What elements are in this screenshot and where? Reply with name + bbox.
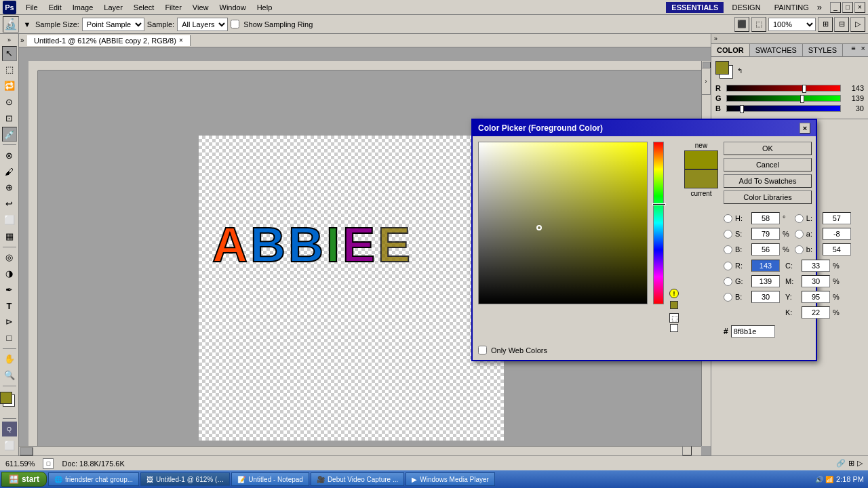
close-btn[interactable]: × (854, 2, 865, 13)
quick-select-tool[interactable]: ⊙ (2, 95, 17, 110)
quick-mask[interactable]: Q (2, 422, 17, 436)
proof-icon[interactable]: □ (43, 458, 54, 469)
blur-tool[interactable]: ◎ (2, 250, 17, 265)
a-input[interactable] (823, 228, 851, 240)
view-btn-3[interactable]: ▷ (850, 17, 865, 32)
menu-help[interactable]: Help (252, 2, 278, 13)
s-radio[interactable] (724, 230, 732, 239)
screen-mode[interactable]: ⬜ (2, 438, 17, 453)
web-colors-checkbox[interactable] (478, 346, 487, 354)
scroll-thumb-h[interactable] (20, 447, 33, 455)
canvas-content[interactable]: A B B I E E (199, 136, 504, 441)
horizontal-scrollbar[interactable] (19, 446, 701, 455)
foreground-color[interactable] (0, 392, 12, 404)
color-libraries-button[interactable]: Color Libraries (724, 190, 812, 204)
brush-tool[interactable]: 🖌 (2, 164, 17, 179)
panel-collapse[interactable]: » (7, 37, 11, 43)
sample-select[interactable]: All Layers (177, 18, 228, 31)
menu-view[interactable]: View (187, 2, 214, 13)
tab-color[interactable]: COLOR (711, 44, 750, 56)
document-tab[interactable]: Untitled-1 @ 612% (ABBIE copy 2, RGB/8) … (27, 35, 191, 46)
l-input[interactable] (823, 212, 851, 224)
type-tool[interactable]: T (2, 298, 17, 313)
k-input[interactable] (802, 306, 830, 319)
taskbar-item-3[interactable]: 🎥 Debut Video Capture ... (311, 472, 404, 486)
hue-spectrum[interactable] (653, 142, 664, 304)
panel-menu[interactable]: ≡ (848, 44, 858, 56)
y-input[interactable] (802, 291, 830, 303)
pen-tool[interactable]: ✒ (2, 282, 17, 297)
r-slider[interactable] (727, 85, 806, 91)
icon-btn-2[interactable]: ⬚ (751, 17, 766, 32)
gradient-tool[interactable]: ▦ (2, 229, 17, 244)
eyedropper-tool[interactable]: 💉 (2, 127, 17, 142)
b-radio[interactable] (724, 245, 732, 254)
eraser-tool[interactable]: ⬜ (2, 213, 17, 228)
tab-styles[interactable]: STYLES (803, 44, 843, 56)
workspace-painting[interactable]: PAINTING (769, 2, 814, 13)
b-thumb[interactable] (740, 105, 744, 113)
workspace-essentials[interactable]: ESSENTIALS (666, 2, 724, 13)
tab-close[interactable]: × (179, 37, 183, 44)
warning-color-swatch[interactable] (670, 301, 678, 309)
start-button[interactable]: 🪟 start (1, 472, 47, 487)
taskbar-item-0[interactable]: 🌐 friendster chat group... (48, 472, 139, 486)
panel-toggle[interactable]: › (701, 68, 711, 95)
color-swatches[interactable] (0, 392, 19, 411)
history-brush[interactable]: ↩ (2, 197, 17, 211)
show-ring-option[interactable]: Show Sampling Ring (231, 20, 313, 28)
cancel-button[interactable]: Cancel (724, 158, 812, 171)
move-tool[interactable]: ↖ (2, 46, 17, 61)
healing-tool[interactable]: ⊗ (2, 148, 17, 163)
taskbar-item-1[interactable]: 🖼 Untitled-1 @ 612% (… (140, 472, 230, 486)
taskbar-item-2[interactable]: 📝 Untitled - Notepad (231, 472, 309, 486)
web-safe-swatch[interactable] (670, 324, 678, 332)
m-input[interactable] (802, 275, 830, 287)
view-btn-1[interactable]: ⊞ (818, 17, 833, 32)
panels-collapse[interactable]: » (19, 37, 27, 44)
icon-btn-1[interactable]: ⬛ (734, 17, 749, 32)
menu-edit[interactable]: Edit (43, 2, 67, 13)
hex-input[interactable] (731, 325, 775, 338)
zoom-tool[interactable]: 🔍 (2, 368, 17, 383)
hand-tool[interactable]: ✋ (2, 352, 17, 367)
zoom-select[interactable]: 100% (768, 18, 816, 31)
warning-icon[interactable]: ! (669, 289, 679, 298)
r-radio[interactable] (724, 262, 732, 270)
h-input[interactable] (751, 212, 780, 224)
restore-btn[interactable]: □ (842, 2, 853, 13)
taskbar-item-4[interactable]: ▶ Windows Media Player (406, 472, 495, 486)
menu-file[interactable]: File (20, 2, 43, 13)
r-thumb[interactable] (802, 85, 806, 93)
workspace-design[interactable]: DESIGN (726, 2, 766, 13)
dodge-tool[interactable]: ◑ (2, 266, 17, 281)
path-tool[interactable]: ⊳ (2, 314, 17, 329)
c-input[interactable] (802, 260, 830, 272)
show-ring-checkbox[interactable] (231, 20, 239, 28)
lab-b-input[interactable] (823, 243, 851, 256)
menu-image[interactable]: Image (67, 2, 99, 13)
minimize-btn[interactable]: _ (830, 2, 841, 13)
s-input[interactable] (751, 228, 780, 240)
lasso-tool[interactable]: 🔁 (2, 79, 17, 94)
g-radio[interactable] (724, 277, 732, 286)
b-radio2[interactable] (724, 293, 732, 302)
crop-tool[interactable]: ⊡ (2, 111, 17, 126)
menu-layer[interactable]: Layer (98, 2, 128, 13)
fg-swatch[interactable] (715, 61, 729, 75)
b-slider[interactable] (727, 106, 744, 111)
ok-button[interactable]: OK (724, 142, 812, 155)
lab-b-radio[interactable] (795, 245, 804, 254)
r-value-input[interactable] (751, 260, 780, 272)
gamut-warning-icon[interactable]: ⬚ (669, 313, 679, 323)
view-btn-2[interactable]: ⊟ (834, 17, 849, 32)
dialog-close-button[interactable]: × (800, 123, 810, 134)
add-to-swatches-button[interactable]: Add To Swatches (724, 174, 812, 188)
g-slider[interactable] (727, 96, 804, 101)
panel-expand[interactable]: » (714, 35, 717, 42)
clone-tool[interactable]: ⊕ (2, 180, 17, 195)
shape-tool[interactable]: □ (2, 331, 17, 346)
b-value-input[interactable] (751, 291, 780, 303)
a-radio[interactable] (795, 230, 804, 239)
reset-colors[interactable]: ↰ (737, 67, 743, 75)
